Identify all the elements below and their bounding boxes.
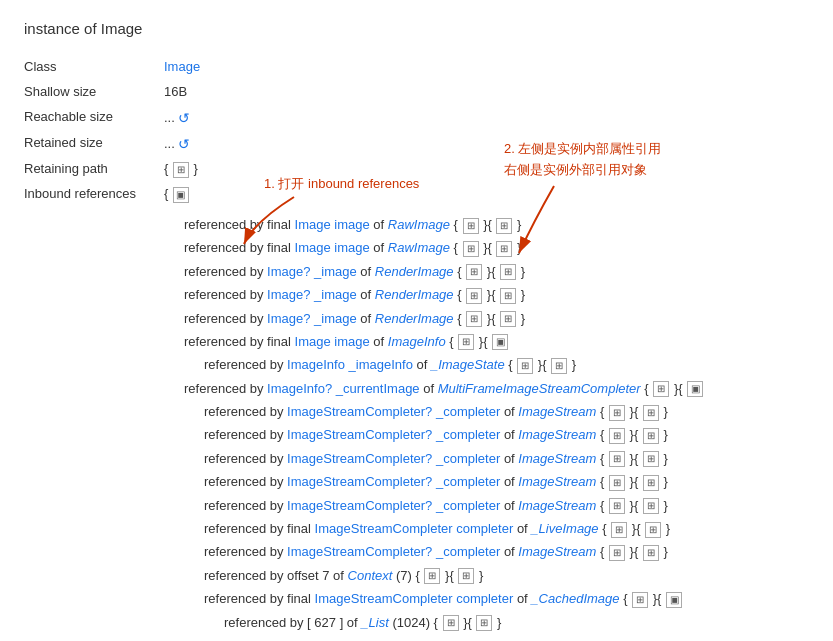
link-rawimage-2[interactable]: RawImage <box>388 240 450 255</box>
tree-row-7a9: referenced by final ImageStreamCompleter… <box>204 587 809 610</box>
class-row: Class Image <box>24 57 809 78</box>
link-completer-4[interactable]: ImageStreamCompleter? _completer <box>287 474 500 489</box>
link-imagestream-5[interactable]: ImageStream <box>518 498 596 513</box>
link-context[interactable]: Context <box>348 568 393 583</box>
expand-7a4[interactable]: ⊞ <box>609 475 625 491</box>
tree-row-6: referenced by final Image image of Image… <box>184 330 809 353</box>
link-completer-7[interactable]: ImageStreamCompleter? _completer <box>287 544 500 559</box>
reachable-refresh-icon[interactable]: ↺ <box>178 110 190 126</box>
link-imageinfo-1[interactable]: Image image <box>295 334 370 349</box>
link-completer-1[interactable]: ImageStreamCompleter? _completer <box>287 404 500 419</box>
link-image-3[interactable]: Image? _image <box>267 264 357 279</box>
link-imagestream-4[interactable]: ImageStream <box>518 474 596 489</box>
expand-7a8b[interactable]: ⊞ <box>458 568 474 584</box>
expand-7a9a[interactable]: ⊞ <box>443 615 459 631</box>
tree-row-7a9a: referenced by [ 627 ] of _List (1024) { … <box>224 611 809 634</box>
collapse-7[interactable]: ▣ <box>687 381 703 397</box>
collapse-6[interactable]: ▣ <box>492 334 508 350</box>
expand-6a[interactable]: ⊞ <box>517 358 533 374</box>
reachable-value: ... ↺ <box>164 107 190 129</box>
link-cachedimage[interactable]: _CachedImage <box>531 591 619 606</box>
link-completer-6[interactable]: ImageStreamCompleter completer <box>315 521 514 536</box>
expand-3[interactable]: ⊞ <box>466 264 482 280</box>
link-imagestream-1[interactable]: ImageStream <box>518 404 596 419</box>
expand-7a2[interactable]: ⊞ <box>609 428 625 444</box>
retaining-expand-icon[interactable]: ⊞ <box>173 162 189 178</box>
expand-5b[interactable]: ⊞ <box>500 311 516 327</box>
link-imageinfo-obj[interactable]: ImageInfo <box>388 334 446 349</box>
expand-7a6b[interactable]: ⊞ <box>645 522 661 538</box>
link-imageinfo-3[interactable]: ImageInfo? _currentImage <box>267 381 419 396</box>
expand-7a2b[interactable]: ⊞ <box>643 428 659 444</box>
link-image-1[interactable]: Image image <box>295 217 370 232</box>
tree-row-7a7: referenced by ImageStreamCompleter? _com… <box>204 540 809 563</box>
inbound-value: { ▣ <box>164 184 190 205</box>
class-label: Class <box>24 57 164 78</box>
expand-7a5b[interactable]: ⊞ <box>643 498 659 514</box>
class-link[interactable]: Image <box>164 59 200 74</box>
expand-7a9ab[interactable]: ⊞ <box>476 615 492 631</box>
retaining-value: { ⊞ } <box>164 159 198 180</box>
link-imagestream-3[interactable]: ImageStream <box>518 451 596 466</box>
expand-6[interactable]: ⊞ <box>458 334 474 350</box>
retained-value: ... ↺ <box>164 133 190 155</box>
link-completer-5[interactable]: ImageStreamCompleter? _completer <box>287 498 500 513</box>
link-renderimage-3[interactable]: RenderImage <box>375 311 454 326</box>
link-imagestream-7[interactable]: ImageStream <box>518 544 596 559</box>
expand-2b[interactable]: ⊞ <box>496 241 512 257</box>
expand-3b[interactable]: ⊞ <box>500 264 516 280</box>
tree-row-4: referenced by Image? _image of RenderIma… <box>184 283 809 306</box>
expand-6ab[interactable]: ⊞ <box>551 358 567 374</box>
link-completer-3[interactable]: ImageStreamCompleter? _completer <box>287 451 500 466</box>
expand-7a4b[interactable]: ⊞ <box>643 475 659 491</box>
expand-7a1[interactable]: ⊞ <box>609 405 625 421</box>
link-liveimage[interactable]: _LiveImage <box>531 521 598 536</box>
expand-7a7[interactable]: ⊞ <box>609 545 625 561</box>
expand-7a3b[interactable]: ⊞ <box>643 451 659 467</box>
tree-row-7a6: referenced by final ImageStreamCompleter… <box>204 517 809 540</box>
retained-label: Retained size <box>24 133 164 154</box>
link-list[interactable]: _List <box>361 615 388 630</box>
page-title: instance of Image <box>24 20 809 37</box>
reachable-row: Reachable size ... ↺ <box>24 107 809 129</box>
expand-7a8[interactable]: ⊞ <box>424 568 440 584</box>
inbound-label: Inbound references <box>24 184 164 205</box>
tree-row-7: referenced by ImageInfo? _currentImage o… <box>184 377 809 400</box>
inbound-collapse-icon[interactable]: ▣ <box>173 187 189 203</box>
expand-1b[interactable]: ⊞ <box>496 218 512 234</box>
expand-2[interactable]: ⊞ <box>463 241 479 257</box>
expand-7a9[interactable]: ⊞ <box>632 592 648 608</box>
shallow-row: Shallow size 16B <box>24 82 809 103</box>
link-multiframe[interactable]: MultiFrameImageStreamCompleter <box>438 381 641 396</box>
link-imagestate[interactable]: _ImageState <box>431 357 505 372</box>
link-imageinfo-2[interactable]: ImageInfo _imageInfo <box>287 357 413 372</box>
link-renderimage-1[interactable]: RenderImage <box>375 264 454 279</box>
tree-row-7a1: referenced by ImageStreamCompleter? _com… <box>204 400 809 423</box>
expand-7a5[interactable]: ⊞ <box>609 498 625 514</box>
link-completer-2[interactable]: ImageStreamCompleter? _completer <box>287 427 500 442</box>
link-completer-9[interactable]: ImageStreamCompleter completer <box>315 591 514 606</box>
expand-4[interactable]: ⊞ <box>466 288 482 304</box>
expand-7[interactable]: ⊞ <box>653 381 669 397</box>
expand-1[interactable]: ⊞ <box>463 218 479 234</box>
closing-brace-1: } <box>204 634 809 641</box>
expand-4b[interactable]: ⊞ <box>500 288 516 304</box>
link-imagestream-2[interactable]: ImageStream <box>518 427 596 442</box>
reachable-label: Reachable size <box>24 107 164 128</box>
retaining-label: Retaining path <box>24 159 164 180</box>
expand-7a6[interactable]: ⊞ <box>611 522 627 538</box>
tree-row-6a: referenced by ImageInfo _imageInfo of _I… <box>204 353 809 376</box>
link-rawimage-1[interactable]: RawImage <box>388 217 450 232</box>
collapse-7a9[interactable]: ▣ <box>666 592 682 608</box>
expand-7a3[interactable]: ⊞ <box>609 451 625 467</box>
expand-7a7b[interactable]: ⊞ <box>643 545 659 561</box>
tree-row-3: referenced by Image? _image of RenderIma… <box>184 260 809 283</box>
retained-refresh-icon[interactable]: ↺ <box>178 136 190 152</box>
link-renderimage-2[interactable]: RenderImage <box>375 287 454 302</box>
expand-7a1b[interactable]: ⊞ <box>643 405 659 421</box>
link-image-4[interactable]: Image? _image <box>267 287 357 302</box>
link-image-2[interactable]: Image image <box>295 240 370 255</box>
expand-5[interactable]: ⊞ <box>466 311 482 327</box>
retained-row: Retained size ... ↺ <box>24 133 809 155</box>
link-image-5[interactable]: Image? _image <box>267 311 357 326</box>
